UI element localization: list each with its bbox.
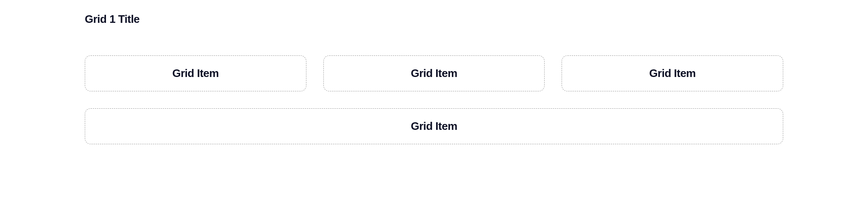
grid-item: Grid Item — [562, 55, 783, 91]
grid-item: Grid Item — [85, 108, 783, 144]
grid-item-label: Grid Item — [411, 120, 457, 133]
grid-title: Grid 1 Title — [85, 13, 783, 26]
grid-row-2: Grid Item — [85, 108, 783, 144]
grid-row-1: Grid Item Grid Item Grid Item — [85, 55, 783, 91]
grid-item: Grid Item — [85, 55, 306, 91]
grid-item-label: Grid Item — [411, 67, 457, 80]
grid-item-label: Grid Item — [649, 67, 696, 80]
grid-item-label: Grid Item — [172, 67, 219, 80]
grid-item: Grid Item — [323, 55, 545, 91]
